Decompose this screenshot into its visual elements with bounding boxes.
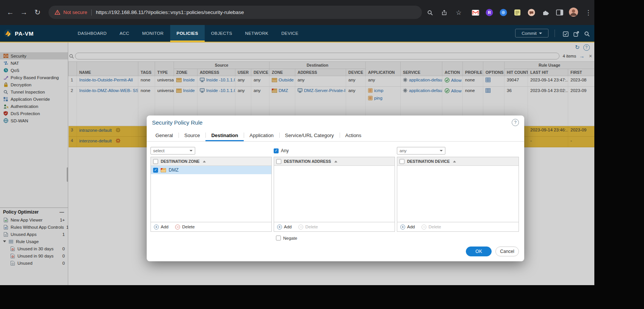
back-button[interactable]: ← — [5, 7, 16, 18]
sort-asc-icon[interactable] — [453, 161, 456, 162]
puzzle-extensions-icon[interactable] — [541, 8, 550, 17]
negate-option: Negate — [276, 236, 297, 240]
delete-zone-button[interactable]: −Delete — [175, 225, 194, 229]
svg-text:R: R — [488, 10, 491, 15]
negate-label: Negate — [283, 236, 297, 240]
paloalto-logo — [4, 29, 12, 37]
minus-icon: − — [298, 225, 303, 229]
select-all-addresses-checkbox[interactable] — [276, 159, 281, 164]
destination-device-panel: any DESTINATION DEVICE +Add — [397, 146, 519, 232]
destination-address-panel: Any DESTINATION ADDRESS +Add −Delete — [274, 146, 395, 232]
plus-icon: + — [277, 225, 282, 229]
dialog-tabs: General Source Destination Application S… — [147, 129, 524, 142]
not-secure-warning-icon — [55, 10, 60, 15]
address-bar[interactable]: Not secure https://192.168.86.11/?#polic… — [49, 6, 422, 19]
tab-actions[interactable]: Actions — [340, 129, 367, 141]
nav-tab-objects[interactable]: OBJECTS — [205, 25, 239, 42]
sort-asc-icon[interactable] — [334, 161, 337, 162]
any-address-label: Any — [281, 148, 289, 153]
bookmark-star-icon[interactable]: ☆ — [454, 8, 463, 17]
blue-extension-icon[interactable] — [499, 8, 508, 17]
plus-icon: + — [154, 225, 159, 229]
browser-window: ← → ↻ Not secure https://192.168.86.11/?… — [0, 0, 594, 285]
ok-button[interactable]: OK — [466, 247, 492, 256]
not-secure-label[interactable]: Not secure — [63, 9, 87, 15]
address-list-header[interactable]: DESTINATION ADDRESS — [284, 159, 331, 164]
nav-tab-policies[interactable]: POLICIES — [170, 25, 205, 42]
destination-zone-panel: select DESTINATION ZONE — [150, 146, 272, 232]
device-list-header[interactable]: DESTINATION DEVICE — [407, 159, 450, 164]
browser-toolbar: ← → ↻ Not secure https://192.168.86.11/?… — [0, 0, 594, 25]
destination-tab-body: select DESTINATION ZONE — [147, 142, 524, 146]
cancel-button[interactable]: Cancel — [495, 247, 519, 256]
device-list — [397, 166, 519, 222]
nav-tab-device[interactable]: DEVICE — [275, 25, 305, 42]
dmz-checkbox[interactable] — [153, 168, 158, 173]
tasks-icon[interactable] — [562, 30, 569, 37]
minus-icon: − — [175, 225, 180, 229]
add-device-button[interactable]: +Add — [400, 225, 415, 229]
nav-tab-dashboard[interactable]: DASHBOARD — [71, 25, 113, 42]
chevron-down-icon — [190, 150, 193, 151]
omnibox-divider — [91, 9, 92, 16]
header-divider — [555, 30, 555, 37]
tab-application[interactable]: Application — [244, 129, 279, 141]
zone-item-dmz[interactable]: DMZ — [151, 166, 271, 174]
notes-extension-icon[interactable] — [513, 8, 522, 17]
delete-address-button[interactable]: −Delete — [298, 225, 318, 229]
chat-extension-icon[interactable] — [527, 8, 536, 17]
nav-tab-acc[interactable]: ACC — [113, 25, 135, 42]
global-find-icon[interactable] — [583, 30, 591, 37]
side-panel-icon[interactable] — [555, 8, 564, 17]
r-extension-icon[interactable]: R — [485, 8, 494, 17]
add-zone-button[interactable]: +Add — [154, 225, 168, 229]
share-icon[interactable] — [440, 8, 449, 17]
tab-source[interactable]: Source — [179, 129, 205, 141]
address-list — [274, 166, 395, 222]
url-text[interactable]: https://192.168.86.11/?#policies::vsys1:… — [96, 9, 244, 15]
zone-mode-select[interactable]: select — [150, 147, 195, 154]
negate-checkbox[interactable] — [276, 236, 281, 240]
commit-caret-icon — [539, 33, 542, 34]
security-policy-rule-dialog: Security Policy Rule ? General Source De… — [147, 115, 524, 261]
chevron-down-icon — [440, 150, 443, 151]
tab-general[interactable]: General — [150, 129, 179, 141]
nav-tab-monitor[interactable]: MONITOR — [136, 25, 170, 42]
dialog-title: Security Policy Rule — [152, 119, 202, 126]
dialog-help-icon[interactable]: ? — [512, 119, 519, 126]
browser-menu-icon[interactable]: ⋮ — [584, 8, 593, 17]
commit-label: Commit — [522, 31, 537, 36]
brand-name: PA-VM — [15, 30, 34, 37]
minus-icon: − — [421, 225, 426, 229]
add-address-button[interactable]: +Add — [277, 225, 291, 229]
primary-nav: DASHBOARD ACC MONITOR POLICIES OBJECTS N… — [71, 25, 305, 42]
dmz-zone-icon — [161, 168, 166, 172]
tab-service-url-category[interactable]: Service/URL Category — [279, 129, 340, 141]
tab-destination[interactable]: Destination — [205, 129, 244, 141]
open-window-icon[interactable] — [572, 30, 580, 37]
zoom-icon[interactable] — [425, 8, 434, 17]
gmail-extension-icon[interactable] — [471, 8, 480, 17]
profile-avatar[interactable] — [569, 8, 578, 17]
device-mode-select[interactable]: any — [397, 147, 445, 154]
screen: ← → ↻ Not secure https://192.168.86.11/?… — [0, 0, 644, 309]
commit-button[interactable]: Commit — [515, 29, 548, 37]
forward-button[interactable]: → — [18, 7, 30, 18]
app-header: PA-VM DASHBOARD ACC MONITOR POLICIES OBJ… — [0, 25, 594, 42]
brand: PA-VM — [4, 29, 34, 37]
select-all-zones-checkbox[interactable] — [153, 159, 158, 164]
any-address-checkbox[interactable] — [274, 148, 279, 153]
delete-device-button[interactable]: −Delete — [421, 225, 441, 229]
reload-button[interactable]: ↻ — [32, 7, 43, 18]
zone-list-header[interactable]: DESTINATION ZONE — [161, 159, 199, 164]
nav-tab-network[interactable]: NETWORK — [239, 25, 275, 42]
select-all-devices-checkbox[interactable] — [400, 159, 404, 164]
sort-asc-icon[interactable] — [203, 161, 206, 162]
plus-icon: + — [400, 225, 405, 229]
zone-list: DMZ — [151, 166, 271, 222]
